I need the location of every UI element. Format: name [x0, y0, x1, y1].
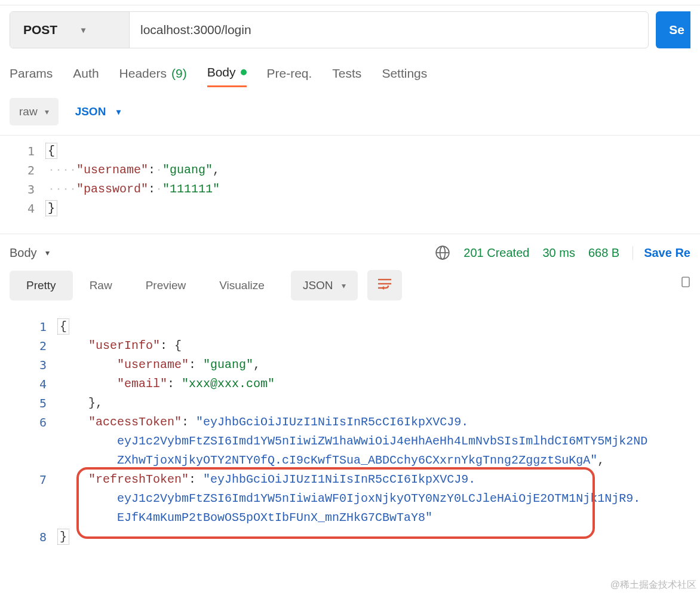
- tab-params[interactable]: Params: [10, 65, 53, 87]
- svg-marker-5: [381, 286, 384, 290]
- chevron-down-icon: ▾: [116, 107, 121, 116]
- response-header: Body ▾ 201 Created 30 ms 668 B Save Re: [0, 234, 700, 268]
- request-body-editor[interactable]: 1{ 2····"username":·"guang", 3····"passw…: [0, 136, 700, 234]
- response-size[interactable]: 668 B: [588, 246, 619, 260]
- tab-settings[interactable]: Settings: [382, 65, 427, 87]
- response-time[interactable]: 30 ms: [542, 246, 575, 260]
- save-response-button[interactable]: Save Re: [633, 246, 690, 260]
- status-code[interactable]: 201 Created: [463, 246, 529, 260]
- chevron-down-icon: ▾: [45, 248, 50, 257]
- body-type-select[interactable]: JSON ▾: [70, 98, 126, 125]
- method-select[interactable]: POST ▾: [10, 12, 130, 48]
- dot-icon: [241, 69, 247, 75]
- response-section-select[interactable]: Body ▾: [10, 246, 50, 260]
- copy-icon[interactable]: [680, 275, 690, 293]
- chevron-down-icon: ▾: [342, 281, 346, 290]
- svg-rect-6: [682, 277, 689, 287]
- tab-tests[interactable]: Tests: [332, 65, 361, 87]
- body-mode-select[interactable]: raw ▾: [10, 98, 59, 125]
- body-subbar: raw ▾ JSON ▾: [0, 87, 700, 135]
- url-value: localhost:3000/login: [140, 23, 251, 37]
- tab-body[interactable]: Body: [207, 65, 247, 87]
- res-tab-visualize[interactable]: Visualize: [202, 271, 281, 300]
- send-button[interactable]: Se: [656, 11, 690, 48]
- tab-prereq[interactable]: Pre-req.: [267, 65, 312, 87]
- tab-auth[interactable]: Auth: [73, 65, 99, 87]
- request-tabs: Params Auth Headers (9) Body Pre-req. Te…: [0, 48, 700, 87]
- response-body-viewer[interactable]: 1{ 2 "userInfo": { 3 "username": "guang"…: [0, 309, 700, 553]
- request-line: POST ▾ localhost:3000/login: [10, 11, 649, 48]
- headers-count: (9): [171, 66, 187, 81]
- method-value: POST: [23, 23, 57, 37]
- globe-icon[interactable]: [435, 245, 450, 260]
- res-tab-pretty[interactable]: Pretty: [10, 271, 73, 300]
- response-subbar: Pretty Raw Preview Visualize JSON ▾: [0, 268, 700, 309]
- response-type-select[interactable]: JSON ▾: [291, 271, 358, 300]
- url-input[interactable]: localhost:3000/login: [130, 12, 648, 48]
- res-tab-preview[interactable]: Preview: [129, 271, 203, 300]
- tab-headers[interactable]: Headers (9): [119, 65, 187, 87]
- wrap-lines-button[interactable]: [367, 270, 402, 300]
- res-tab-raw[interactable]: Raw: [73, 271, 129, 300]
- chevron-down-icon: ▾: [81, 25, 85, 35]
- wrap-icon: [377, 277, 392, 290]
- chevron-down-icon: ▾: [45, 107, 49, 116]
